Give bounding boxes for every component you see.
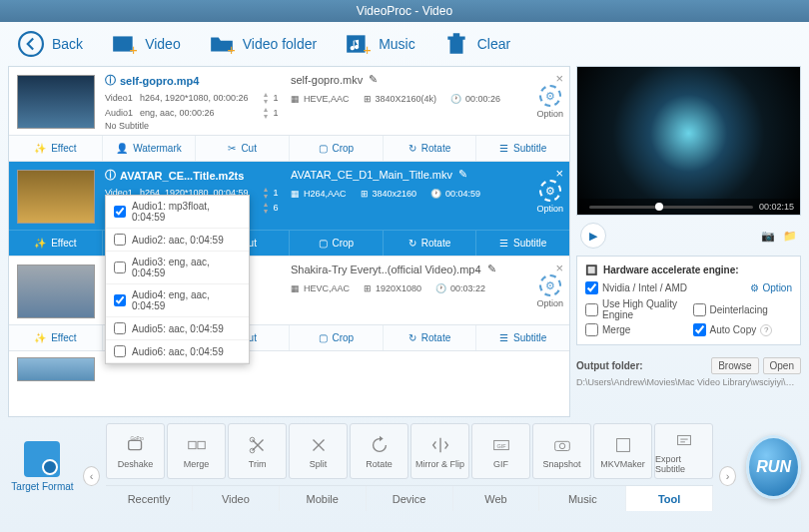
- codec-option[interactable]: ⚙Option: [536, 180, 563, 214]
- tab-mobile[interactable]: Mobile: [280, 486, 367, 511]
- prev-button[interactable]: ‹: [83, 466, 100, 486]
- tool-gif[interactable]: GIFGIF: [471, 423, 530, 479]
- output-path: D:\Users\Andrew\Movies\Mac Video Library…: [576, 377, 801, 387]
- crop-button[interactable]: ▢Crop: [290, 136, 384, 161]
- camera-icon[interactable]: 📷: [761, 230, 775, 243]
- effect-button[interactable]: ✨Effect: [9, 231, 103, 256]
- folder-icon[interactable]: 📁: [783, 230, 797, 243]
- dropdown-item[interactable]: Audio2: aac, 0:04:59: [106, 229, 249, 252]
- edit-icon[interactable]: ✎: [369, 73, 378, 86]
- toolbar: Back + Video + Video folder + Music Clea…: [0, 22, 809, 66]
- category-tabs: Recently Video Mobile Device Web Music T…: [106, 485, 713, 511]
- svg-point-0: [19, 32, 43, 56]
- add-music-button[interactable]: + Music: [345, 31, 415, 57]
- dropdown-item[interactable]: Audio4: eng, aac, 0:04:59: [106, 284, 249, 317]
- resolution-icon: ⊞: [364, 94, 372, 104]
- effect-button[interactable]: ✨Effect: [9, 136, 103, 161]
- tab-web[interactable]: Web: [453, 486, 540, 511]
- vendor-checkbox[interactable]: Nvidia / Intel / AMD: [585, 281, 687, 294]
- codec-icon: ▦: [291, 94, 300, 104]
- list-item[interactable]: × Shakira-Try Everyt..(official Video).m…: [9, 257, 569, 351]
- svg-rect-8: [188, 441, 195, 448]
- rotate-button[interactable]: ↻Rotate: [384, 325, 477, 350]
- help-icon[interactable]: ?: [760, 324, 772, 336]
- play-button[interactable]: ▶: [580, 223, 606, 249]
- hw-option-button[interactable]: ⚙ Option: [750, 282, 792, 293]
- crop-button[interactable]: ▢Crop: [290, 325, 384, 350]
- run-button[interactable]: RUN: [746, 435, 801, 499]
- stepper[interactable]: ▴▾: [261, 91, 271, 105]
- stepper[interactable]: ▴▾: [261, 106, 271, 120]
- title-bar: VideoProc - Video: [0, 0, 809, 22]
- tool-deshake[interactable]: GoProDeshake: [106, 423, 165, 479]
- svg-text:+: +: [364, 42, 372, 57]
- thumbnail: [17, 75, 95, 129]
- tool-snapshot[interactable]: Snapshot: [532, 423, 591, 479]
- browse-button[interactable]: Browse: [711, 357, 758, 374]
- subtitle-button[interactable]: ☰Subtitle: [476, 231, 569, 256]
- thumbnail: [17, 170, 95, 224]
- rotate-button[interactable]: ↻Rotate: [384, 231, 477, 256]
- dropdown-item[interactable]: Audio6: aac, 0:04:59: [106, 340, 249, 363]
- edit-icon[interactable]: ✎: [458, 168, 467, 181]
- back-button[interactable]: Back: [18, 31, 83, 57]
- dropdown-item[interactable]: Audio3: eng, aac, 0:04:59: [106, 252, 249, 284]
- rotate-button[interactable]: ↻Rotate: [384, 136, 477, 161]
- thumbnail: [17, 265, 95, 318]
- add-folder-button[interactable]: + Video folder: [209, 31, 317, 57]
- tool-mkvmaker[interactable]: MKVMaker: [593, 423, 652, 479]
- codec-option[interactable]: ⚙Option: [536, 85, 563, 119]
- deinterlace-checkbox[interactable]: Deinterlacing: [693, 298, 793, 320]
- clock-icon: 🕐: [450, 94, 461, 104]
- tab-recently[interactable]: Recently: [106, 486, 193, 511]
- target-format-icon: [24, 441, 60, 477]
- dropdown-item[interactable]: Audio5: aac, 0:04:59: [106, 317, 249, 340]
- output-name: self-gopro.mkv: [291, 74, 363, 86]
- autocopy-checkbox[interactable]: Auto Copy ?: [693, 323, 793, 336]
- tab-video[interactable]: Video: [193, 486, 280, 511]
- duration: 00:02:15: [759, 202, 794, 212]
- gear-icon: ⚙: [539, 274, 561, 296]
- svg-rect-6: [128, 440, 141, 449]
- tool-split[interactable]: Split: [289, 423, 348, 479]
- list-item-selected[interactable]: × ⓘAVATAR_CE...Title.m2ts Video1h264, 19…: [9, 162, 569, 257]
- tool-merge[interactable]: Merge: [167, 423, 226, 479]
- chip-icon: 🔲: [585, 265, 597, 275]
- tab-music[interactable]: Music: [539, 486, 626, 511]
- svg-text:+: +: [227, 42, 235, 57]
- audio-dropdown[interactable]: Audio1: mp3float, 0:04:59 Audio2: aac, 0…: [105, 195, 250, 364]
- preview-panel: 00:02:15: [576, 66, 801, 216]
- crop-button[interactable]: ▢Crop: [290, 231, 384, 256]
- subtitle-button[interactable]: ☰Subtitle: [476, 136, 569, 161]
- info-icon: ⓘ: [105, 73, 116, 88]
- tool-trim[interactable]: Trim: [228, 423, 287, 479]
- seek-bar[interactable]: [589, 206, 753, 209]
- tool-rotate[interactable]: Rotate: [350, 423, 408, 479]
- stepper[interactable]: ▴▾: [261, 201, 271, 215]
- output-name: AVATAR_CE_D1_Main_Title.mkv: [291, 169, 452, 181]
- merge-checkbox[interactable]: Merge: [585, 323, 685, 336]
- svg-text:GIF: GIF: [496, 442, 506, 448]
- list-item[interactable]: × ⓘself-gopro.mp4 Video1h264, 1920*1080,…: [9, 67, 569, 162]
- stepper[interactable]: ▴▾: [261, 186, 271, 200]
- subtitle-button[interactable]: ☰Subtitle: [476, 325, 569, 350]
- edit-icon[interactable]: ✎: [487, 263, 496, 275]
- codec-option[interactable]: ⚙Option: [536, 274, 563, 308]
- tool-export-subtitle[interactable]: Export Subtitle: [654, 423, 713, 479]
- dropdown-item[interactable]: Audio1: mp3float, 0:04:59: [106, 196, 249, 229]
- gear-icon: ⚙: [539, 180, 561, 202]
- target-format[interactable]: Target Format: [8, 419, 77, 492]
- hq-checkbox[interactable]: Use High Quality Engine: [585, 298, 685, 320]
- cut-button[interactable]: ✂Cut: [196, 136, 290, 161]
- tab-tool[interactable]: Tool: [626, 486, 713, 511]
- add-video-button[interactable]: + Video: [111, 31, 181, 57]
- svg-rect-17: [677, 435, 690, 444]
- folder-icon: +: [209, 31, 235, 57]
- next-button[interactable]: ›: [719, 466, 736, 486]
- watermark-button[interactable]: 👤Watermark: [103, 136, 197, 161]
- open-button[interactable]: Open: [763, 357, 801, 374]
- tool-mirror[interactable]: Mirror & Flip: [410, 423, 469, 479]
- tab-device[interactable]: Device: [367, 486, 453, 511]
- clear-button[interactable]: Clear: [443, 31, 510, 57]
- effect-button[interactable]: ✨Effect: [9, 325, 103, 350]
